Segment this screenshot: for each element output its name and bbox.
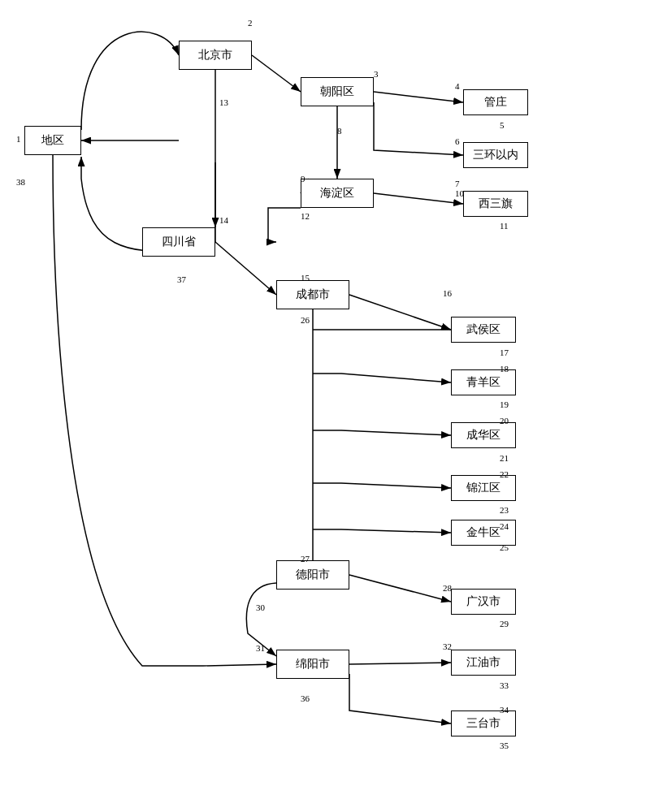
node-label-mianyang: 绵阳市 — [296, 657, 330, 672]
node-guanghan: 广汉市 — [451, 589, 516, 615]
node-diqu: 地区 — [24, 126, 81, 155]
number-label-n16: 16 — [443, 288, 452, 298]
number-label-n37: 37 — [177, 274, 186, 284]
number-label-n17: 17 — [500, 348, 509, 357]
number-label-n29: 29 — [500, 619, 509, 628]
node-label-jiangyou: 江油市 — [466, 655, 500, 670]
node-chenghua: 成华区 — [451, 422, 516, 448]
node-label-wuhou: 武侯区 — [466, 322, 500, 337]
node-sanhuan: 三环以内 — [463, 142, 528, 168]
node-label-guanghan: 广汉市 — [466, 594, 500, 609]
node-wuhou: 武侯区 — [451, 317, 516, 343]
number-label-n7: 7 — [455, 179, 460, 188]
number-label-n25: 25 — [500, 542, 509, 552]
node-label-guanzhuang: 管庄 — [484, 95, 507, 110]
number-label-n13: 13 — [219, 97, 228, 107]
number-label-n19: 19 — [500, 400, 509, 409]
node-label-qingyang: 青羊区 — [466, 375, 500, 390]
number-label-n15: 15 — [301, 273, 310, 283]
node-jiangyou: 江油市 — [451, 650, 516, 676]
number-label-n12: 12 — [301, 211, 310, 221]
node-label-chengdu: 成都市 — [296, 287, 330, 302]
node-label-sichuan: 四川省 — [162, 235, 196, 249]
node-label-deyang: 德阳市 — [296, 568, 330, 582]
number-label-n5: 5 — [500, 120, 505, 130]
node-label-jinjiang: 锦江区 — [466, 481, 500, 495]
number-label-n21: 21 — [500, 453, 509, 463]
node-label-sanhuan: 三环以内 — [473, 148, 518, 162]
number-label-n3: 3 — [374, 69, 379, 79]
node-label-jinniu: 金牛区 — [466, 525, 500, 540]
node-mianyang: 绵阳市 — [276, 650, 349, 679]
node-guanzhuang: 管庄 — [463, 89, 528, 115]
number-label-n1: 1 — [16, 134, 21, 144]
diagram-container: 地区北京市朝阳区管庄三环以内海淀区西三旗四川省成都市武侯区青羊区成华区锦江区金牛… — [0, 0, 650, 812]
node-haidian: 海淀区 — [301, 179, 374, 208]
node-beijing: 北京市 — [179, 41, 252, 70]
number-label-n18: 18 — [500, 364, 509, 374]
node-label-diqu: 地区 — [41, 133, 64, 148]
node-chaoyang: 朝阳区 — [301, 77, 374, 106]
number-label-n28: 28 — [443, 583, 452, 593]
node-label-haidian: 海淀区 — [320, 186, 354, 201]
number-label-n36: 36 — [301, 693, 310, 703]
number-label-n32: 32 — [443, 641, 452, 651]
node-deyang: 德阳市 — [276, 560, 349, 590]
node-label-chaoyang: 朝阳区 — [320, 84, 354, 99]
node-sichuan: 四川省 — [142, 227, 215, 257]
number-label-n11: 11 — [500, 221, 509, 231]
node-label-santai: 三台市 — [466, 716, 500, 731]
node-chengdu: 成都市 — [276, 280, 349, 309]
number-label-n4: 4 — [455, 81, 460, 91]
number-label-n30: 30 — [256, 603, 265, 612]
number-label-n10: 10 — [455, 188, 464, 198]
node-label-beijing: 北京市 — [198, 48, 232, 63]
number-label-n2: 2 — [248, 18, 253, 28]
number-label-n9: 9 — [301, 174, 306, 184]
number-label-n31: 31 — [256, 643, 265, 653]
number-label-n27: 27 — [301, 554, 310, 564]
number-label-n24: 24 — [500, 521, 509, 531]
number-label-n6: 6 — [455, 136, 460, 146]
number-label-n8: 8 — [337, 126, 342, 136]
number-label-n14: 14 — [219, 215, 228, 225]
arrows-svg — [0, 0, 650, 812]
node-xisanqi: 西三旗 — [463, 191, 528, 217]
number-label-n23: 23 — [500, 505, 509, 515]
number-label-n26: 26 — [301, 315, 310, 325]
number-label-n34: 34 — [500, 705, 509, 715]
number-label-n38: 38 — [16, 177, 25, 187]
number-label-n35: 35 — [500, 741, 509, 750]
number-label-n20: 20 — [500, 416, 509, 425]
node-label-xisanqi: 西三旗 — [479, 197, 513, 211]
number-label-n33: 33 — [500, 680, 509, 690]
number-label-n22: 22 — [500, 469, 509, 479]
node-label-chenghua: 成华区 — [466, 428, 500, 443]
